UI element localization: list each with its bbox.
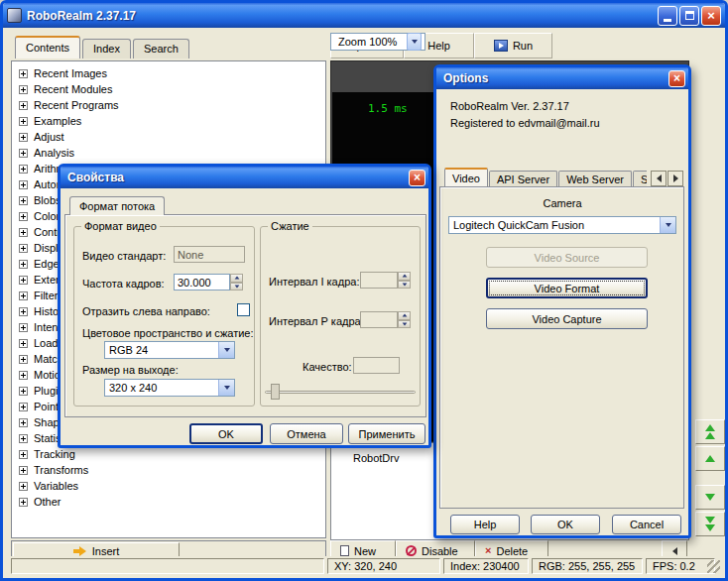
colorspace-select[interactable]: RGB 24 xyxy=(104,341,235,359)
minimize-button[interactable] xyxy=(658,6,677,26)
expand-icon[interactable] xyxy=(19,355,28,364)
expand-icon[interactable] xyxy=(19,117,28,126)
spin-up-button[interactable] xyxy=(230,274,243,283)
expand-icon[interactable] xyxy=(19,276,28,285)
dialog-title-bar[interactable]: Options × xyxy=(436,67,688,89)
p-interval-label: Интервал Р кадра: xyxy=(269,315,364,327)
tab-scroll-right-button[interactable] xyxy=(667,171,683,186)
expand-icon[interactable] xyxy=(19,196,28,205)
tab-api-server[interactable]: API Server xyxy=(489,171,557,187)
resize-grip[interactable] xyxy=(707,560,720,573)
tab-scroll-left-button[interactable] xyxy=(651,171,667,186)
expand-icon[interactable] xyxy=(19,418,28,427)
expand-icon[interactable] xyxy=(19,291,28,300)
tree-item[interactable]: Other xyxy=(12,494,325,510)
expand-icon[interactable] xyxy=(19,244,28,253)
tree-item[interactable]: Recent Programs xyxy=(12,97,325,113)
expand-icon[interactable] xyxy=(19,450,28,459)
camera-select[interactable]: Logitech QuickCam Fusion xyxy=(448,216,676,234)
status-fps: FPS: 0.2 xyxy=(646,558,715,574)
expand-icon[interactable] xyxy=(19,260,28,269)
spin-up-button[interactable] xyxy=(398,311,411,320)
dialog-close-button[interactable]: × xyxy=(668,70,685,87)
expand-icon[interactable] xyxy=(19,403,28,411)
move-down-button[interactable] xyxy=(695,485,725,510)
expand-icon[interactable] xyxy=(19,85,28,94)
ok-button[interactable]: OK xyxy=(531,515,600,534)
dialog-title-bar[interactable]: Свойства × xyxy=(61,167,428,188)
video-source-button[interactable]: Video Source xyxy=(486,247,648,268)
tab-web-server[interactable]: Web Server xyxy=(558,171,632,187)
app-icon xyxy=(7,8,22,23)
tree-item[interactable]: Variables xyxy=(12,478,325,494)
tree-item[interactable]: Recent Images xyxy=(12,65,325,81)
expand-icon[interactable] xyxy=(19,387,28,396)
video-format-button[interactable]: Video Format xyxy=(486,278,648,298)
frame-rate-input[interactable]: 30.000 xyxy=(174,274,230,290)
expand-icon[interactable] xyxy=(19,371,28,380)
expand-icon[interactable] xyxy=(19,180,28,189)
move-top-button[interactable] xyxy=(695,419,725,444)
quality-slider[interactable] xyxy=(265,384,416,401)
tab-video[interactable]: Video xyxy=(444,168,488,187)
spin-up-button[interactable] xyxy=(398,272,411,281)
tree-item[interactable]: Examples xyxy=(12,113,325,129)
expand-icon[interactable] xyxy=(19,307,28,316)
slider-thumb[interactable] xyxy=(271,384,280,400)
expand-icon[interactable] xyxy=(19,69,28,78)
close-button[interactable]: × xyxy=(701,6,721,26)
move-bottom-button[interactable] xyxy=(695,512,725,536)
expand-icon[interactable] xyxy=(19,482,28,491)
tree-item[interactable]: Recent Modules xyxy=(12,81,325,97)
output-size-select[interactable]: 320 x 240 xyxy=(104,379,235,397)
maximize-button[interactable] xyxy=(679,6,699,26)
tree-item[interactable]: Analysis xyxy=(12,145,325,161)
spin-down-button[interactable] xyxy=(398,281,411,290)
expand-icon[interactable] xyxy=(19,149,28,158)
roborealm-window: RoboRealm 2.37.17 × Contents Index Searc… xyxy=(0,0,728,581)
expand-icon[interactable] xyxy=(19,133,28,142)
move-up-button[interactable] xyxy=(695,446,725,471)
expand-icon[interactable] xyxy=(19,212,28,221)
tab-index[interactable]: Index xyxy=(82,39,131,58)
expand-icon[interactable] xyxy=(19,323,28,332)
title-bar[interactable]: RoboRealm 2.37.17 × xyxy=(3,3,725,28)
tree-item[interactable]: Tracking xyxy=(12,446,325,462)
video-capture-button[interactable]: Video Capture xyxy=(486,308,648,329)
run-button[interactable]: Run xyxy=(474,33,552,58)
expand-icon[interactable] xyxy=(19,101,28,110)
flip-checkbox[interactable] xyxy=(237,303,250,316)
tree-item[interactable]: Adjust xyxy=(12,129,325,145)
tree-item-label: Adjust xyxy=(34,131,64,143)
expand-icon[interactable] xyxy=(19,434,28,443)
spin-down-button[interactable] xyxy=(230,283,243,291)
expand-icon[interactable] xyxy=(19,466,28,475)
video-standard-field: None xyxy=(174,246,245,263)
ok-button[interactable]: OK xyxy=(189,423,263,444)
dialog-close-button[interactable]: × xyxy=(409,170,425,186)
tree-item[interactable]: Transforms xyxy=(12,462,325,478)
apply-button[interactable]: Применить xyxy=(348,423,425,444)
chevron-down-icon[interactable] xyxy=(218,380,234,396)
minimize-icon xyxy=(664,19,671,22)
expand-icon[interactable] xyxy=(19,498,28,507)
expand-icon[interactable] xyxy=(19,339,28,348)
chevron-down-icon[interactable] xyxy=(660,217,675,233)
tab-contents[interactable]: Contents xyxy=(15,36,80,58)
expand-icon[interactable] xyxy=(19,228,28,237)
cancel-button[interactable]: Отмена xyxy=(270,423,343,444)
tab-search[interactable]: Search xyxy=(133,39,189,58)
right-arrow-icon xyxy=(673,174,678,182)
chevron-down-icon[interactable] xyxy=(218,342,234,358)
tab-start[interactable]: Start xyxy=(633,171,647,187)
help-button[interactable]: Help xyxy=(450,515,520,534)
tab-stream-format[interactable]: Формат потока xyxy=(69,196,165,215)
camera-value: Logitech QuickCam Fusion xyxy=(449,219,660,231)
chevron-down-icon[interactable] xyxy=(407,33,422,51)
cancel-button[interactable]: Cancel xyxy=(612,515,681,534)
spin-down-button[interactable] xyxy=(398,320,411,329)
p-interval-spinner xyxy=(398,311,411,328)
zoom-select[interactable]: Zoom 100% xyxy=(330,33,425,51)
expand-icon[interactable] xyxy=(19,165,28,174)
options-tab-strip: Video API Server Web Server Start xyxy=(444,168,647,187)
